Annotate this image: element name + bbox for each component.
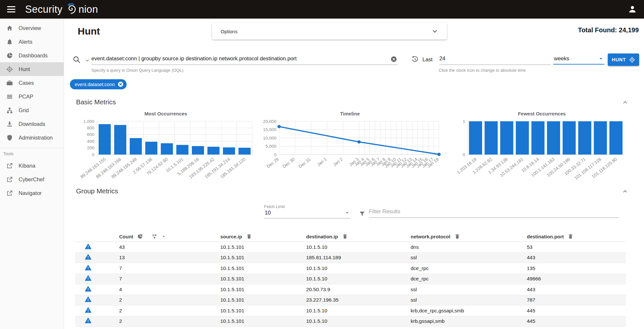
sidebar-item-downloads[interactable]: Downloads (0, 117, 64, 131)
chevron-down-icon[interactable] (431, 28, 438, 35)
data-point[interactable] (277, 125, 281, 128)
trash-icon[interactable] (246, 233, 252, 239)
sidebar-item-kibana[interactable]: Kibana (0, 159, 64, 172)
cell-destination-ip[interactable]: 10.1.5.10 (306, 276, 411, 282)
cell-network-protocol[interactable]: ssl (411, 297, 527, 303)
cell-destination-port[interactable]: 53 (527, 244, 626, 250)
bar[interactable] (469, 121, 482, 155)
sidebar-item-cases[interactable]: Cases (0, 76, 64, 90)
bar[interactable] (161, 143, 173, 155)
caret-down-icon[interactable] (598, 56, 604, 62)
sidebar-item-administration[interactable]: Administration (0, 131, 64, 144)
basic-metrics-collapse-icon[interactable] (622, 99, 628, 106)
cell-count[interactable]: 13 (119, 255, 220, 261)
cell-source-ip[interactable]: 10.1.5.101 (220, 244, 306, 250)
sidebar-item-navigator[interactable]: Navigator (0, 186, 64, 200)
bar[interactable] (516, 121, 529, 155)
warning-triangle-icon[interactable] (85, 254, 91, 260)
bar[interactable] (547, 121, 560, 155)
cell-network-protocol[interactable]: krb,gssapi,smb (411, 318, 527, 324)
cell-count[interactable]: 4 (119, 287, 220, 292)
cell-count[interactable]: 2 (119, 318, 220, 324)
clear-query-icon[interactable] (390, 56, 397, 63)
data-point[interactable] (357, 140, 361, 143)
bar[interactable] (563, 121, 576, 155)
cell-source-ip[interactable]: 10.1.5.101 (220, 265, 306, 271)
caret-down-icon[interactable] (161, 234, 166, 239)
warning-triangle-icon[interactable] (85, 275, 91, 281)
bar[interactable] (578, 121, 591, 155)
units-select[interactable]: weeks (553, 53, 605, 65)
cell-destination-ip[interactable]: 23.227.196.35 (306, 297, 411, 303)
cell-destination-port[interactable]: 443 (527, 255, 626, 261)
pie-chart-icon[interactable] (137, 233, 143, 239)
fetch-limit-select[interactable]: 10 (264, 210, 351, 218)
cell-count[interactable]: 2 (119, 308, 220, 314)
user-icon[interactable] (628, 5, 637, 14)
cell-source-ip[interactable]: 10.1.5.101 (220, 255, 306, 261)
warning-triangle-icon[interactable] (85, 307, 91, 313)
cell-source-ip[interactable]: 10.1.5.101 (220, 308, 306, 314)
query-dropdown-chevron-icon[interactable] (85, 58, 90, 63)
sidebar-item-grid[interactable]: Grid (0, 103, 64, 117)
sidebar-item-dashboards[interactable]: Dashboards (0, 49, 64, 62)
trash-icon[interactable] (568, 233, 573, 239)
bar[interactable] (114, 125, 126, 155)
trash-icon[interactable] (342, 233, 348, 239)
column-header-network-protocol[interactable]: network.protocol (411, 234, 450, 239)
cell-count[interactable]: 2 (119, 297, 220, 303)
warning-triangle-icon[interactable] (85, 264, 91, 271)
sidebar-item-alerts[interactable]: Alerts (0, 35, 64, 49)
trash-icon[interactable] (454, 233, 460, 239)
cell-destination-ip[interactable]: 10.1.5.10 (306, 265, 411, 271)
group-metrics-collapse-icon[interactable] (622, 188, 628, 195)
cell-count[interactable]: 43 (119, 244, 220, 250)
duration-input[interactable] (439, 53, 551, 65)
cell-destination-ip[interactable]: 185.81.114.189 (306, 255, 411, 261)
cell-source-ip[interactable]: 10.1.5.101 (220, 297, 306, 303)
chip-close-icon[interactable] (118, 81, 124, 87)
query-input[interactable] (91, 53, 398, 65)
cell-network-protocol[interactable]: ssl (411, 287, 527, 292)
hunt-button[interactable]: HUNT (608, 53, 639, 66)
warning-triangle-icon[interactable] (85, 317, 91, 324)
bar[interactable] (594, 121, 607, 155)
menu-icon[interactable] (7, 6, 15, 12)
cell-network-protocol[interactable]: krb,dce_rpc,gssapi,smb (411, 308, 527, 314)
cell-destination-port[interactable]: 787 (527, 297, 626, 303)
cell-destination-port[interactable]: 445 (527, 308, 626, 314)
data-point[interactable] (437, 153, 441, 156)
cell-destination-ip[interactable]: 10.1.5.10 (306, 308, 411, 314)
bar[interactable] (192, 146, 204, 155)
bar[interactable] (609, 121, 622, 155)
bar[interactable] (145, 142, 157, 155)
bar[interactable] (223, 147, 235, 155)
cell-source-ip[interactable]: 10.1.5.101 (220, 318, 306, 324)
cell-destination-port[interactable]: 445 (527, 318, 626, 324)
sidebar-item-cyberchef[interactable]: CyberChef (0, 172, 64, 186)
cell-destination-ip[interactable]: 20.50.73.9 (306, 287, 411, 292)
bar[interactable] (500, 121, 513, 155)
cell-destination-ip[interactable]: 10.1.5.10 (306, 318, 411, 324)
cell-count[interactable]: 7 (119, 276, 220, 282)
column-header-destination-ip[interactable]: destination.ip (306, 234, 338, 239)
cell-network-protocol[interactable]: ssl (411, 255, 527, 261)
group-by-icon[interactable] (151, 233, 157, 239)
warning-triangle-icon[interactable] (85, 243, 91, 250)
cell-count[interactable]: 7 (119, 265, 220, 271)
warning-triangle-icon[interactable] (85, 296, 91, 303)
warning-triangle-icon[interactable] (85, 286, 91, 292)
cell-source-ip[interactable]: 10.1.5.101 (220, 287, 306, 292)
options-panel[interactable]: Options (212, 23, 447, 39)
column-header-source-ip[interactable]: source.ip (220, 234, 242, 239)
cell-destination-ip[interactable]: 10.1.5.10 (306, 244, 411, 250)
cell-source-ip[interactable]: 10.1.5.101 (220, 276, 306, 282)
cell-destination-port[interactable]: 443 (527, 287, 626, 292)
cell-destination-port[interactable]: 135 (527, 265, 626, 271)
cell-network-protocol[interactable]: dce_rpc (411, 276, 527, 282)
column-header-destination-port[interactable]: destination.port (527, 234, 564, 239)
bar[interactable] (531, 121, 544, 155)
sidebar-item-pcap[interactable]: PCAP (0, 90, 64, 103)
column-header-count[interactable]: Count (119, 234, 133, 239)
cell-destination-port[interactable]: 49666 (527, 276, 626, 282)
